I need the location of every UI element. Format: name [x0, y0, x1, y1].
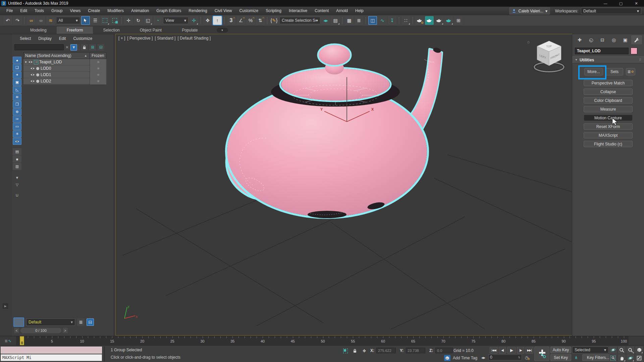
timeline-ruler[interactable]: 5101520253035404550556065707580859095100… — [0, 336, 644, 346]
menu-scripting[interactable]: Scripting — [262, 7, 285, 15]
zoom-all-icon[interactable] — [627, 346, 634, 354]
menu-interactive[interactable]: Interactive — [285, 7, 311, 15]
ribbon-collapse-button[interactable]: ▾ — [217, 28, 228, 33]
explorer-menu-edit[interactable]: Edit — [56, 36, 69, 41]
perspective-viewport[interactable]: Y X [ + ] [ Perspective ] [ Standard ] [… — [116, 34, 572, 335]
ribbon-tab-freeform[interactable]: Freeform — [57, 26, 93, 34]
mirror-icon[interactable]: ◂▸ — [321, 16, 330, 25]
display-helpers-icon[interactable]: ◺ — [13, 86, 21, 93]
angle-snap-icon[interactable]: ∠∩ — [236, 16, 245, 25]
render-setup-icon[interactable]: ⚙ — [415, 16, 424, 25]
select-object-icon[interactable] — [81, 16, 90, 25]
menu-modifiers[interactable]: Modifiers — [104, 7, 127, 15]
menu-edit[interactable]: Edit — [16, 7, 31, 15]
current-frame-spinner[interactable]: 0 ⇅ — [488, 354, 522, 360]
display-lights-icon[interactable]: ✦ — [13, 71, 21, 78]
hierarchy-mode-icon[interactable]: ⊟ — [87, 318, 94, 326]
curve-editor-icon[interactable]: ∿ — [378, 16, 387, 25]
select-by-name-icon[interactable]: ☰ — [91, 16, 100, 25]
particle-view-icon[interactable]: ∷ — [401, 16, 410, 25]
workspace-dropdown[interactable]: Default ▾ — [581, 8, 641, 14]
frame-step-icon[interactable]: ◀▶ — [480, 354, 486, 361]
named-selection-set-dropdown[interactable]: Create Selection Se ▾ — [279, 17, 320, 24]
tab-create[interactable]: ✚ — [574, 36, 585, 44]
time-tag-cube-icon[interactable] — [444, 355, 450, 361]
menu-arnold[interactable]: Arnold — [332, 7, 352, 15]
close-button[interactable]: ✕ — [629, 0, 644, 7]
select-and-place-icon[interactable]: ◔ — [153, 16, 162, 25]
display-shapes-icon[interactable]: ❏ — [13, 64, 21, 71]
measure-button[interactable]: Measure — [584, 106, 633, 112]
account-menu[interactable]: Caleb Valeri... ▾ — [509, 7, 550, 15]
viewport-menu-general[interactable]: [ + ] — [118, 36, 125, 41]
utilities-rollout-header[interactable]: ▼ Utilities ⠿ — [572, 56, 644, 63]
set-key-button[interactable]: Set Key — [550, 354, 571, 361]
toggle-ribbon-icon[interactable]: ◫ — [368, 16, 377, 25]
zoom-extents-selected-icon[interactable] — [609, 346, 617, 354]
explorer-menu-customize[interactable]: Customize — [70, 36, 95, 41]
filter-settings-icon[interactable]: ▼ — [13, 174, 21, 181]
menu-create[interactable]: Create — [84, 7, 104, 15]
viewport-menu-standard[interactable]: [ Standard ] — [155, 36, 175, 41]
reset-xform-button[interactable]: Reset XForm — [584, 123, 633, 130]
next-frame-button[interactable]: |▶ — [517, 347, 524, 354]
display-containers-icon[interactable]: ▭ — [13, 123, 21, 130]
menu-group[interactable]: Group — [48, 7, 66, 15]
tree-row-lod2[interactable]: LOD2 ✳ — [23, 78, 106, 84]
maximize-button[interactable]: ▢ — [613, 0, 629, 7]
menu-graph-editors[interactable]: Graph Editors — [153, 7, 185, 15]
viewport-menu-pov[interactable]: [ Perspective ] — [127, 36, 153, 41]
time-configuration-icon[interactable]: ◷⚙ — [523, 354, 530, 361]
isolate-selection-icon[interactable] — [342, 348, 349, 354]
pan-hand-icon[interactable] — [618, 354, 626, 362]
tab-modify[interactable]: ◵ — [586, 36, 596, 44]
frozen-cell[interactable]: ✳ — [90, 59, 106, 65]
keyboard-shortcut-override-icon[interactable]: ↑ — [213, 16, 222, 25]
frozen-cell[interactable]: ✳ — [90, 78, 106, 84]
zoom-icon[interactable] — [618, 346, 626, 354]
rectangular-selection-region-icon[interactable] — [101, 16, 109, 25]
display-geometry-icon[interactable]: ● — [13, 57, 21, 64]
selection-filter-dropdown[interactable]: All ▾ — [56, 17, 80, 24]
tree-row-lod0[interactable]: LOD0 ✳ — [23, 65, 106, 72]
menu-views[interactable]: Views — [66, 7, 84, 15]
window-crossing-icon[interactable] — [110, 16, 119, 25]
viewcube-home-icon[interactable]: ⌂ — [527, 40, 530, 44]
ribbon-tab-populate[interactable]: Populate — [172, 26, 208, 34]
auto-key-button[interactable]: Auto Key — [550, 347, 571, 353]
absolute-mode-icon[interactable]: ✥ — [361, 348, 368, 354]
previous-frame-button[interactable]: ◀| — [499, 347, 506, 354]
menu-customize[interactable]: Customize — [236, 7, 262, 15]
tree-row-lod1[interactable]: LOD1 ✳ — [23, 72, 106, 78]
maxscript-mini-listener[interactable] — [1, 347, 102, 354]
preset-dropdown[interactable]: Default ▾ — [26, 318, 75, 326]
explorer-menu-select[interactable]: Select — [17, 36, 34, 41]
lock-explorer-icon[interactable] — [81, 44, 88, 51]
name-column-header[interactable]: Name (Sorted Ascending)▲ — [24, 53, 89, 59]
tab-hierarchy[interactable]: ⊟ — [597, 36, 608, 44]
y-coord-field[interactable] — [406, 348, 425, 353]
ribbon-tab-modeling[interactable]: Modeling — [20, 26, 57, 34]
bind-to-space-warp-icon[interactable]: ≋ — [46, 16, 55, 25]
motion-capture-button[interactable]: Motion Capture — [584, 115, 633, 121]
percent-snap-icon[interactable]: %∩ — [246, 16, 255, 25]
x-coord-field[interactable] — [376, 348, 396, 353]
schematic-view-icon[interactable]: ↧ — [388, 16, 396, 25]
menu-content[interactable]: Content — [311, 7, 332, 15]
object-name-field[interactable] — [575, 48, 629, 54]
explorer-search-input[interactable] — [14, 44, 64, 50]
minimize-button[interactable]: — — [598, 0, 613, 7]
viewport-menu-shading[interactable]: [ Default Shading ] — [177, 36, 211, 41]
frame-prev-button[interactable]: < — [14, 328, 19, 333]
menu-file[interactable]: File — [3, 7, 16, 15]
zoom-region-icon[interactable] — [609, 354, 617, 362]
render-production-icon[interactable] — [435, 16, 443, 25]
timeline-playhead[interactable]: 0 — [20, 336, 24, 345]
render-in-cloud-icon[interactable] — [444, 16, 453, 25]
frozen-cell[interactable]: ✳ — [90, 72, 106, 78]
named-selection-sets-icon[interactable]: {✎} — [270, 16, 278, 25]
expand-all-icon[interactable]: ⊞ — [89, 44, 96, 51]
frame-next-button[interactable]: > — [63, 328, 68, 333]
menu-civil-view[interactable]: Civil View — [211, 7, 236, 15]
play-button[interactable]: ▶ — [507, 347, 516, 354]
